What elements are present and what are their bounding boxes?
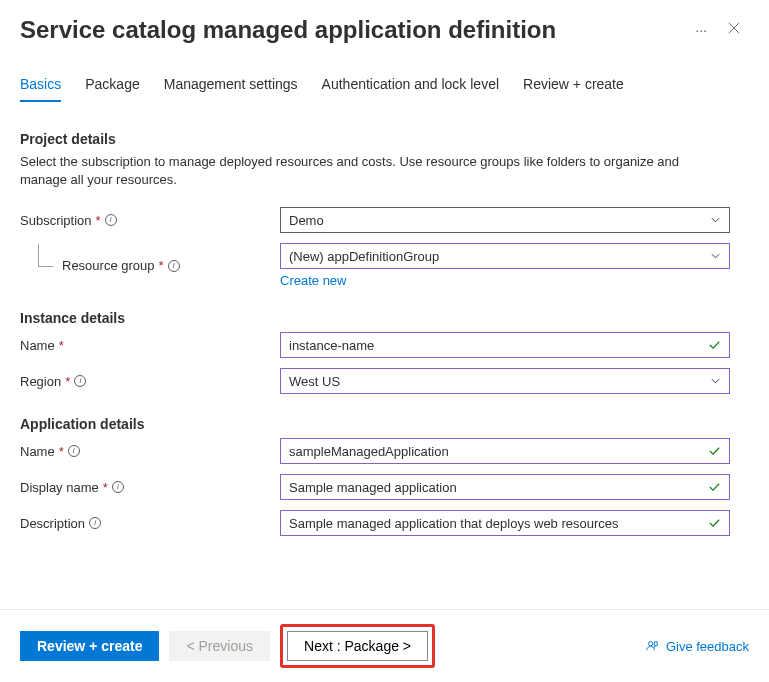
check-icon: [708, 517, 721, 530]
footer: Review + create < Previous Next : Packag…: [0, 609, 769, 682]
instance-name-value: instance-name: [289, 338, 374, 353]
chevron-down-icon: [710, 376, 721, 387]
description-label: Description: [20, 516, 85, 531]
app-name-input[interactable]: sampleManagedApplication: [280, 438, 730, 464]
info-icon[interactable]: i: [112, 481, 124, 493]
feedback-icon: [645, 639, 660, 654]
required-indicator: *: [59, 338, 64, 353]
info-icon[interactable]: i: [68, 445, 80, 457]
required-indicator: *: [59, 444, 64, 459]
instance-name-input[interactable]: instance-name: [280, 332, 730, 358]
check-icon: [708, 445, 721, 458]
subscription-value: Demo: [289, 213, 324, 228]
info-icon[interactable]: i: [168, 260, 180, 272]
region-select[interactable]: West US: [280, 368, 730, 394]
app-name-label: Name: [20, 444, 55, 459]
tab-review-create[interactable]: Review + create: [523, 76, 624, 102]
feedback-label: Give feedback: [666, 639, 749, 654]
tabs: Basics Package Management settings Authe…: [0, 52, 769, 103]
instance-name-label: Name: [20, 338, 55, 353]
required-indicator: *: [103, 480, 108, 495]
previous-button: < Previous: [169, 631, 270, 661]
review-create-button[interactable]: Review + create: [20, 631, 159, 661]
required-indicator: *: [96, 213, 101, 228]
display-name-input[interactable]: Sample managed application: [280, 474, 730, 500]
check-icon: [708, 339, 721, 352]
resource-group-value: (New) appDefinitionGroup: [289, 249, 439, 264]
region-label: Region: [20, 374, 61, 389]
required-indicator: *: [159, 258, 164, 273]
tab-management-settings[interactable]: Management settings: [164, 76, 298, 102]
chevron-down-icon: [710, 215, 721, 226]
resource-group-select[interactable]: (New) appDefinitionGroup: [280, 243, 730, 269]
info-icon[interactable]: i: [89, 517, 101, 529]
close-icon[interactable]: [719, 17, 749, 43]
description-input[interactable]: Sample managed application that deploys …: [280, 510, 730, 536]
app-name-value: sampleManagedApplication: [289, 444, 449, 459]
tab-package[interactable]: Package: [85, 76, 139, 102]
required-indicator: *: [65, 374, 70, 389]
info-icon[interactable]: i: [105, 214, 117, 226]
app-details-heading: Application details: [20, 416, 749, 432]
subscription-label: Subscription: [20, 213, 92, 228]
check-icon: [708, 481, 721, 494]
info-icon[interactable]: i: [74, 375, 86, 387]
page-title: Service catalog managed application defi…: [20, 16, 683, 44]
subscription-select[interactable]: Demo: [280, 207, 730, 233]
create-new-link[interactable]: Create new: [280, 273, 346, 288]
svg-point-0: [648, 641, 652, 645]
region-value: West US: [289, 374, 340, 389]
display-name-label: Display name: [20, 480, 99, 495]
next-package-button[interactable]: Next : Package >: [287, 631, 428, 661]
resource-group-label: Resource group: [62, 258, 155, 273]
display-name-value: Sample managed application: [289, 480, 457, 495]
tab-basics[interactable]: Basics: [20, 76, 61, 102]
project-details-heading: Project details: [20, 131, 749, 147]
instance-details-heading: Instance details: [20, 310, 749, 326]
more-icon[interactable]: ···: [683, 22, 719, 38]
chevron-down-icon: [710, 251, 721, 262]
give-feedback-link[interactable]: Give feedback: [645, 639, 749, 654]
description-value: Sample managed application that deploys …: [289, 516, 619, 531]
highlight-box: Next : Package >: [280, 624, 435, 668]
project-details-desc: Select the subscription to manage deploy…: [20, 153, 720, 189]
tab-auth-lock[interactable]: Authentication and lock level: [322, 76, 499, 102]
